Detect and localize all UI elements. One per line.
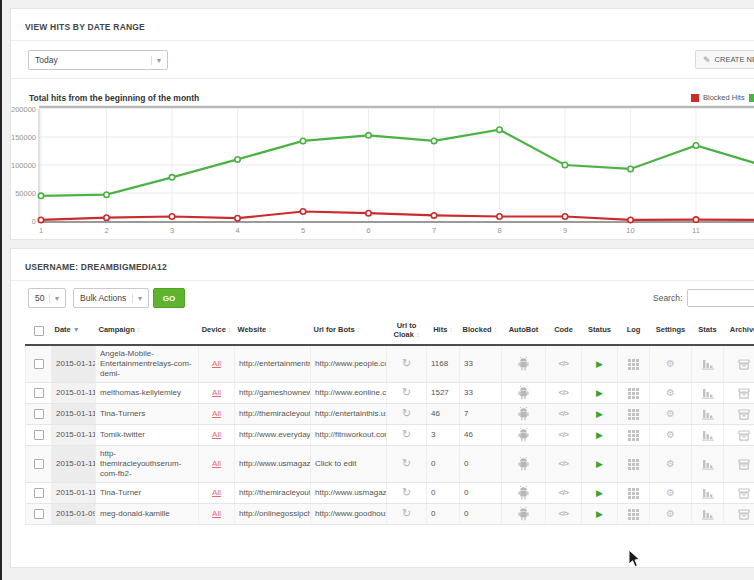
go-button[interactable]: GO — [153, 288, 185, 308]
status-play-icon[interactable]: ▶ — [596, 459, 603, 469]
log-icon[interactable] — [628, 509, 639, 520]
cloak-icon[interactable]: ↻ — [402, 357, 411, 369]
data-point[interactable] — [169, 175, 174, 180]
code-icon[interactable]: </> — [558, 388, 568, 397]
gear-icon[interactable]: ⚙ — [666, 408, 675, 419]
archive-icon[interactable] — [738, 509, 750, 520]
status-play-icon[interactable]: ▶ — [596, 509, 603, 519]
code-icon[interactable]: </> — [558, 459, 568, 468]
log-icon[interactable] — [628, 409, 639, 420]
row-checkbox[interactable] — [34, 388, 44, 398]
stats-icon[interactable] — [702, 459, 714, 470]
data-point[interactable] — [628, 217, 633, 222]
status-play-icon[interactable]: ▶ — [596, 359, 603, 369]
cloak-icon[interactable]: ↻ — [402, 428, 411, 440]
gear-icon[interactable]: ⚙ — [666, 508, 675, 519]
code-icon[interactable]: </> — [558, 409, 568, 418]
data-point[interactable] — [38, 193, 43, 198]
cloak-icon[interactable]: ↻ — [402, 507, 411, 519]
data-point[interactable] — [300, 138, 305, 143]
gear-icon[interactable]: ⚙ — [666, 358, 675, 369]
archive-icon[interactable] — [738, 388, 750, 399]
code-icon[interactable]: </> — [558, 509, 568, 518]
status-play-icon[interactable]: ▶ — [596, 409, 603, 419]
device-all-link[interactable]: All — [212, 430, 221, 439]
gear-icon[interactable]: ⚙ — [666, 387, 675, 398]
row-checkbox[interactable] — [34, 488, 44, 498]
date-range-select[interactable]: Today ▾ — [28, 50, 168, 70]
row-checkbox[interactable] — [34, 359, 44, 369]
device-all-link[interactable]: All — [212, 409, 221, 418]
col-header-date[interactable]: Date▼ — [52, 317, 96, 345]
col-header-blocked[interactable]: Blocked↕ — [460, 317, 502, 345]
select-all-checkbox[interactable] — [34, 326, 44, 336]
archive-icon[interactable] — [738, 488, 750, 499]
data-point[interactable] — [366, 210, 371, 215]
bulk-actions-select[interactable]: Bulk Actions ▾ — [73, 288, 149, 308]
sort-icon[interactable]: ↕ — [449, 326, 453, 333]
device-all-link[interactable]: All — [212, 359, 221, 368]
data-point[interactable] — [235, 216, 240, 221]
data-point[interactable] — [366, 133, 371, 138]
row-checkbox[interactable] — [34, 509, 44, 519]
archive-icon[interactable] — [738, 459, 750, 470]
data-point[interactable] — [431, 138, 436, 143]
sort-icon[interactable]: ↕ — [228, 326, 232, 333]
sort-icon[interactable]: ↕ — [494, 326, 498, 333]
device-all-link[interactable]: All — [212, 488, 221, 497]
page-size-select[interactable]: 50 ▾ — [28, 288, 66, 308]
data-point[interactable] — [104, 215, 109, 220]
autobot-icon[interactable] — [517, 386, 530, 400]
row-checkbox[interactable] — [34, 459, 44, 469]
create-new-campaign-button[interactable]: ✎ CREATE NEW CAMPAIGN — [695, 50, 754, 69]
data-point[interactable] — [562, 162, 567, 167]
status-play-icon[interactable]: ▶ — [596, 488, 603, 498]
stats-icon[interactable] — [702, 509, 714, 520]
data-point[interactable] — [235, 157, 240, 162]
autobot-icon[interactable] — [517, 357, 530, 371]
autobot-icon[interactable] — [517, 407, 530, 421]
cloak-icon[interactable]: ↻ — [402, 386, 411, 398]
data-point[interactable] — [562, 214, 567, 219]
log-icon[interactable] — [628, 388, 639, 399]
sort-icon[interactable]: ↕ — [416, 331, 420, 338]
data-point[interactable] — [169, 214, 174, 219]
stats-icon[interactable] — [702, 430, 714, 441]
col-header-campaign[interactable]: Campaign↕ — [96, 317, 199, 345]
gear-icon[interactable]: ⚙ — [666, 429, 675, 440]
autobot-icon[interactable] — [517, 507, 530, 521]
cloak-icon[interactable]: ↻ — [402, 486, 411, 498]
stats-icon[interactable] — [702, 409, 714, 420]
data-point[interactable] — [300, 209, 305, 214]
device-all-link[interactable]: All — [212, 388, 221, 397]
data-point[interactable] — [431, 213, 436, 218]
sort-desc-icon[interactable]: ▼ — [73, 326, 80, 333]
device-all-link[interactable]: All — [212, 459, 221, 468]
log-icon[interactable] — [628, 488, 639, 499]
gear-icon[interactable]: ⚙ — [666, 487, 675, 498]
stats-icon[interactable] — [702, 359, 714, 370]
col-header-url_cloak[interactable]: Url to Cloak↕ — [387, 317, 427, 345]
status-play-icon[interactable]: ▶ — [596, 430, 603, 440]
autobot-icon[interactable] — [517, 486, 530, 500]
data-point[interactable] — [497, 214, 502, 219]
sort-icon[interactable]: ↕ — [137, 326, 141, 333]
gear-icon[interactable]: ⚙ — [666, 458, 675, 469]
autobot-icon[interactable] — [517, 428, 530, 442]
data-point[interactable] — [693, 217, 698, 222]
archive-icon[interactable] — [738, 430, 750, 441]
data-point[interactable] — [497, 127, 502, 132]
archive-icon[interactable] — [738, 409, 750, 420]
archive-icon[interactable] — [738, 359, 750, 370]
sort-icon[interactable]: ↕ — [268, 326, 272, 333]
autobot-icon[interactable] — [517, 457, 530, 471]
data-point[interactable] — [38, 217, 43, 222]
stats-icon[interactable] — [702, 388, 714, 399]
data-point[interactable] — [628, 166, 633, 171]
log-icon[interactable] — [628, 459, 639, 470]
col-header-hits[interactable]: Hits↕ — [427, 317, 460, 345]
log-icon[interactable] — [628, 430, 639, 441]
log-icon[interactable] — [628, 359, 639, 370]
data-point[interactable] — [104, 192, 109, 197]
col-header-device[interactable]: Device↕ — [199, 317, 235, 345]
